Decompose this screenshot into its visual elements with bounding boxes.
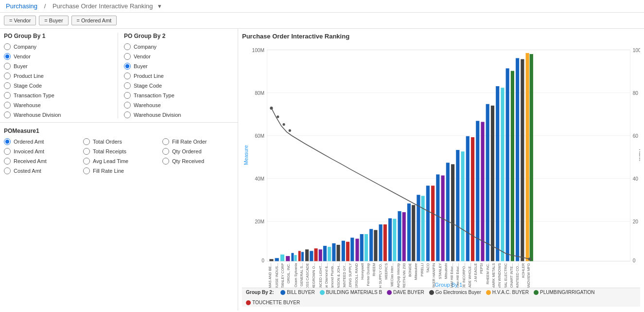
measure-col1: Ordered Amt Invoiced Amt Received Amt Co…	[4, 138, 75, 174]
svg-text:AirQuip Interzip: AirQuip Interzip	[396, 263, 400, 288]
svg-rect-54	[417, 195, 420, 261]
svg-text:MARVIN WINDOWS: MARVIN WINDOWS	[497, 263, 502, 288]
measure-received-amt[interactable]: Received Amt	[4, 158, 75, 165]
svg-text:40M: 40M	[255, 176, 264, 182]
building-materials-dot	[320, 290, 325, 295]
svg-rect-33	[319, 249, 322, 261]
group1-buyer[interactable]: Buyer	[4, 63, 114, 70]
po-group1-col: PO Group By 1 Company Vendor Buyer Pro	[4, 33, 118, 118]
legend-bill-buyer: BILL BUYER	[280, 290, 314, 295]
group2-company[interactable]: Company	[124, 43, 234, 50]
svg-text:CERTAINTEED GY...: CERTAINTEED GY...	[342, 263, 347, 288]
svg-rect-45	[374, 230, 377, 261]
svg-rect-35	[328, 247, 331, 261]
dropdown-icon[interactable]: ▾	[158, 2, 161, 10]
svg-text:Ferrier Dunlop: Ferrier Dunlop	[366, 263, 370, 286]
svg-rect-47	[383, 224, 387, 261]
svg-rect-66	[476, 121, 479, 261]
svg-text:JOHNSON & JOH...: JOHNSON & JOH...	[336, 263, 341, 288]
svg-rect-32	[314, 248, 317, 261]
vendor-button[interactable]: = Vendor	[4, 16, 36, 25]
svg-rect-71	[501, 88, 504, 261]
svg-text:0: 0	[261, 257, 264, 263]
measure-qty-ordered[interactable]: Qty Ordered	[162, 148, 234, 155]
group2-warehouse[interactable]: Warehouse	[124, 102, 234, 109]
measure-total-receipts[interactable]: Total Receipts	[83, 148, 155, 155]
legend-plumbing: PLUMBING/IRRIGATION	[534, 290, 595, 295]
group1-warehouse[interactable]: Warehouse	[4, 102, 114, 109]
svg-text:ADVANCED LIGHT...: ADVANCED LIGHT...	[318, 263, 323, 288]
svg-rect-51	[402, 212, 406, 261]
svg-text:100: 100	[633, 48, 640, 53]
svg-text:INGERSOLL RAND: INGERSOLL RAND	[354, 263, 359, 288]
svg-text:PIRELLI: PIRELLI	[420, 263, 424, 276]
legend-bar: Group By 2: BILL BUYER BUILDING MATERIAL…	[242, 288, 640, 307]
svg-rect-29	[301, 252, 304, 261]
svg-rect-52	[407, 203, 411, 261]
group1-transaction-type[interactable]: Transaction Type	[4, 92, 114, 99]
svg-rect-40	[350, 238, 354, 261]
group2-transaction-type[interactable]: Transaction Type	[124, 92, 234, 99]
measure-total-orders[interactable]: Total Orders	[83, 138, 155, 145]
group2-warehouse-division[interactable]: Warehouse Division	[124, 111, 234, 118]
svg-text:MEERICS: MEERICS	[384, 263, 388, 280]
measure-avg-lead-time[interactable]: Avg Lead Time	[83, 158, 155, 165]
svg-text:CAD / GENERAL S...: CAD / GENERAL S...	[299, 263, 304, 288]
svg-text:Ocam Sylvania: Ocam Sylvania	[294, 263, 298, 287]
po-measure-title: POMeasure1	[4, 128, 234, 134]
po-group2-title: PO Group By 2	[124, 33, 234, 39]
svg-text:80M: 80M	[255, 91, 264, 96]
svg-rect-38	[342, 241, 345, 261]
group2-buyer[interactable]: Buyer	[124, 63, 234, 70]
group2-vendor[interactable]: Vendor	[124, 53, 234, 60]
svg-text:Blue Diamond &...: Blue Diamond &...	[324, 263, 329, 288]
buyer-button[interactable]: = Buyer	[39, 16, 68, 25]
group-row: PO Group By 1 Company Vendor Buyer Pro	[4, 33, 234, 118]
group1-warehouse-division[interactable]: Warehouse Division	[4, 111, 114, 118]
measure-col2: Total Orders Total Receipts Avg Lead Tim…	[83, 138, 155, 174]
svg-rect-62	[456, 150, 459, 261]
svg-rect-23	[275, 258, 279, 261]
svg-text:Mitsubishi: Mitsubishi	[444, 263, 448, 279]
svg-text:PARKER HANIFIN: PARKER HANIFIN	[432, 263, 436, 288]
svg-rect-72	[506, 68, 509, 261]
measure-costed-amt[interactable]: Costed Amt	[4, 167, 75, 174]
svg-point-128	[289, 129, 291, 132]
ordered-amt-button[interactable]: = Ordered Amt	[71, 16, 117, 25]
measure-qty-received[interactable]: Qty Received	[162, 158, 234, 165]
legend-hvac: H.V.A.C. BUYER	[486, 290, 529, 295]
svg-rect-41	[355, 239, 359, 261]
group-by2-label: Group By 2:	[246, 290, 274, 295]
group1-vendor[interactable]: Vendor	[4, 53, 114, 60]
svg-rect-68	[486, 104, 489, 261]
po-group1-options: Company Vendor Buyer Product Line St	[4, 43, 114, 118]
svg-text:CRUISE INDUS...: CRUISE INDUS...	[275, 263, 279, 288]
group1-stage-code[interactable]: Stage Code	[4, 82, 114, 89]
left-panel: PO Group By 1 Company Vendor Buyer Pro	[0, 29, 238, 311]
svg-text:Measure: Measure	[244, 145, 249, 165]
svg-rect-39	[346, 242, 349, 261]
svg-text:HOMEGROWN O...: HOMEGROWN O...	[312, 263, 316, 288]
svg-rect-69	[491, 106, 494, 261]
svg-rect-26	[291, 253, 294, 261]
svg-rect-25	[286, 256, 290, 261]
svg-text:McGraw-Hill Educ...: McGraw-Hill Educ...	[455, 263, 460, 288]
group1-product-line[interactable]: Product Line	[4, 73, 114, 79]
svg-rect-50	[398, 211, 401, 261]
svg-rect-70	[496, 86, 499, 261]
svg-text:80: 80	[633, 91, 639, 96]
svg-rect-73	[511, 71, 514, 261]
svg-text:KREITHLNN Z00: KREITHLNN Z00	[402, 263, 406, 288]
measure-ordered-amt[interactable]: Ordered Amt	[4, 138, 75, 145]
svg-point-126	[277, 115, 279, 118]
svg-text:BOSS CASCADE: BOSS CASCADE	[305, 263, 310, 288]
app-name[interactable]: Purchasing	[6, 2, 37, 10]
group2-product-line[interactable]: Product Line	[124, 73, 234, 79]
measure-fill-rate-order[interactable]: Fill Rate Order	[162, 138, 234, 145]
measure-invoiced-amt[interactable]: Invoiced Amt	[4, 148, 75, 155]
go-electronics-dot	[429, 290, 434, 295]
plumbing-dot	[534, 290, 539, 295]
group1-company[interactable]: Company	[4, 43, 114, 50]
group2-stage-code[interactable]: Stage Code	[124, 82, 234, 89]
measure-fill-rate-line[interactable]: Fill Rate Line	[83, 167, 155, 174]
